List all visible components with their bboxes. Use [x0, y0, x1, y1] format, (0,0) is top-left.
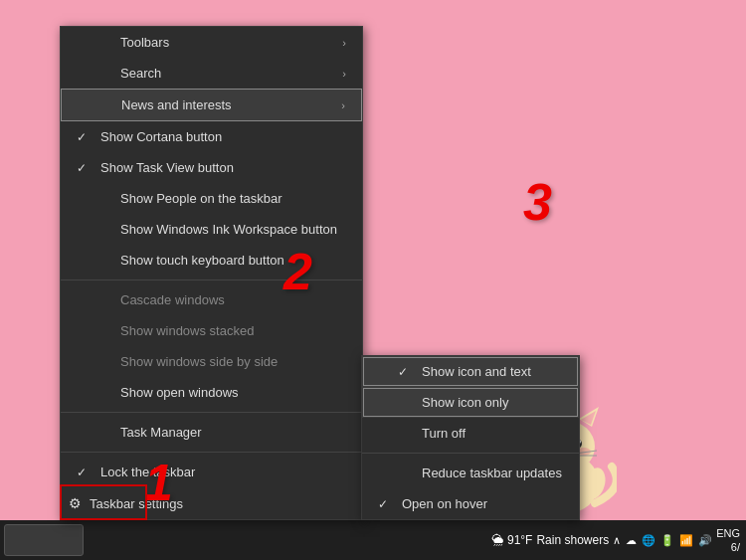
arrow-icon: ›: [342, 68, 346, 80]
taskbar-left: [0, 524, 84, 556]
cloud-icon: ☁: [626, 534, 637, 547]
menu-item-news-interests[interactable]: News and interests ›: [61, 89, 362, 121]
gear-icon: ⚙: [69, 495, 82, 511]
menu-item-show-stacked: Show windows stacked: [61, 315, 362, 346]
sub-menu-item-show-icon-and-text[interactable]: ✓Show icon and text: [362, 356, 579, 387]
menu-item-show-task-view[interactable]: ✓Show Task View button: [61, 152, 362, 183]
menu-item-show-open-windows[interactable]: Show open windows: [61, 377, 362, 408]
taskbar: 🌦 91°F Rain showers ∧ ☁ 🌐 🔋 📶 🔊 ENG 6/: [0, 520, 746, 560]
menu-item-show-windows-ink[interactable]: Show Windows Ink Workspace button: [61, 214, 362, 245]
sub-menu-item-show-icon-only[interactable]: Show icon only: [362, 387, 579, 418]
taskbar-time: ENG 6/: [716, 526, 740, 555]
menu-item-search[interactable]: Search ›: [61, 58, 362, 89]
context-menu: Toolbars › Search › News and interests ›…: [60, 26, 363, 520]
taskbar-language: ENG: [716, 526, 740, 540]
separator: [61, 452, 362, 453]
taskbar-start-button[interactable]: [4, 524, 84, 556]
separator: [61, 412, 362, 413]
weather-icon: 🌦: [491, 533, 503, 547]
menu-item-cascade: Cascade windows: [61, 284, 362, 315]
separator: [362, 453, 579, 454]
sub-menu-item-turn-off[interactable]: Turn off: [362, 418, 579, 449]
menu-item-show-cortana[interactable]: ✓Show Cortana button: [61, 121, 362, 152]
wifi-icon: 📶: [679, 534, 693, 547]
arrow-icon: ›: [342, 37, 346, 49]
chevron-icon[interactable]: ∧: [613, 534, 621, 547]
badge-1: 1: [144, 453, 173, 512]
sub-menu-news-interests: ✓Show icon and text Show icon only Turn …: [361, 355, 580, 520]
menu-item-taskbar-settings[interactable]: ⚙Taskbar settings: [61, 487, 362, 519]
menu-item-show-side-by-side: Show windows side by side: [61, 346, 362, 377]
weather-desc: Rain showers: [536, 533, 609, 547]
menu-item-task-manager[interactable]: Task Manager: [61, 417, 362, 448]
taskbar-weather: 🌦 91°F Rain showers: [491, 533, 609, 547]
menu-item-toolbars[interactable]: Toolbars ›: [61, 27, 362, 58]
menu-item-show-people[interactable]: Show People on the taskbar: [61, 183, 362, 214]
badge-3: 3: [523, 172, 552, 232]
separator: [61, 280, 362, 280]
desktop: Toolbars › Search › News and interests ›…: [0, 0, 746, 560]
menu-item-lock-taskbar[interactable]: ✓Lock the taskbar: [61, 457, 362, 487]
weather-temp: 91°F: [507, 533, 532, 547]
arrow-icon: ›: [341, 99, 345, 111]
taskbar-right: 🌦 91°F Rain showers ∧ ☁ 🌐 🔋 📶 🔊 ENG 6/: [491, 526, 746, 555]
taskbar-icons: ∧ ☁ 🌐 🔋 📶 🔊: [613, 534, 712, 547]
sub-menu-item-reduce-updates[interactable]: Reduce taskbar updates: [362, 458, 579, 488]
menu-item-show-touch-keyboard[interactable]: Show touch keyboard button: [61, 245, 362, 276]
volume-icon: 🔊: [698, 534, 712, 547]
badge-2: 2: [283, 242, 312, 301]
network-icon: 🌐: [642, 534, 655, 547]
sub-menu-item-open-on-hover[interactable]: ✓Open on hover: [362, 488, 579, 519]
taskbar-date: 6/: [716, 540, 740, 554]
battery-icon: 🔋: [660, 534, 674, 547]
